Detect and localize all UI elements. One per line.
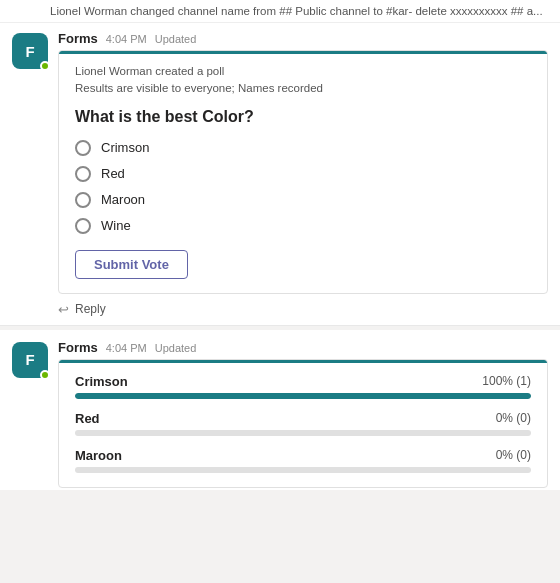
result-bar-bg-0	[75, 393, 531, 399]
poll-option-0: Crimson	[75, 140, 531, 156]
status-dot	[40, 61, 50, 71]
creator-line2: Results are visible to everyone; Names r…	[75, 80, 531, 97]
poll-option-3: Wine	[75, 218, 531, 234]
message-row-2: F Forms 4:04 PM Updated Crimson 100% (1)…	[0, 330, 560, 490]
result-percent-1: 0% (0)	[496, 411, 531, 425]
timestamp-1: 4:04 PM	[106, 33, 147, 45]
radio-crimson[interactable]	[75, 140, 91, 156]
option-label-3: Wine	[101, 218, 131, 233]
message-header-1: Forms 4:04 PM Updated	[58, 31, 548, 46]
poll-option-1: Red	[75, 166, 531, 182]
updated-badge-2: Updated	[155, 342, 197, 354]
reply-row-1: ↩ Reply	[0, 296, 560, 326]
result-name-2: Maroon	[75, 448, 122, 463]
results-card: Crimson 100% (1) Red 0% (0) Maroon	[58, 359, 548, 488]
sender-name-2: Forms	[58, 340, 98, 355]
radio-wine[interactable]	[75, 218, 91, 234]
result-percent-0: 100% (1)	[482, 374, 531, 388]
submit-vote-button[interactable]: Submit Vote	[75, 250, 188, 279]
option-label-0: Crimson	[101, 140, 149, 155]
avatar-2: F	[12, 342, 48, 378]
poll-option-2: Maroon	[75, 192, 531, 208]
option-label-1: Red	[101, 166, 125, 181]
result-bar-bg-1	[75, 430, 531, 436]
poll-card: Lionel Worman created a poll Results are…	[58, 50, 548, 294]
radio-maroon[interactable]	[75, 192, 91, 208]
avatar-letter: F	[25, 43, 34, 60]
result-header-2: Maroon 0% (0)	[75, 448, 531, 463]
message-header-2: Forms 4:04 PM Updated	[58, 340, 548, 355]
poll-question: What is the best Color?	[75, 108, 531, 126]
result-item-0: Crimson 100% (1)	[75, 374, 531, 399]
message-content-2: Forms 4:04 PM Updated Crimson 100% (1) R…	[58, 340, 548, 490]
message-row-1: F Forms 4:04 PM Updated Lionel Worman cr…	[0, 23, 560, 296]
radio-red[interactable]	[75, 166, 91, 182]
status-dot-2	[40, 370, 50, 380]
top-notification-bar: Lionel Worman changed channel name from …	[0, 0, 560, 23]
result-item-2: Maroon 0% (0)	[75, 448, 531, 473]
result-name-0: Crimson	[75, 374, 128, 389]
result-name-1: Red	[75, 411, 100, 426]
result-bar-fill-0	[75, 393, 531, 399]
sender-name-1: Forms	[58, 31, 98, 46]
avatar: F	[12, 33, 48, 69]
option-label-2: Maroon	[101, 192, 145, 207]
creator-line1: Lionel Worman created a poll	[75, 63, 531, 80]
timestamp-2: 4:04 PM	[106, 342, 147, 354]
result-percent-2: 0% (0)	[496, 448, 531, 462]
reply-icon: ↩	[58, 302, 69, 317]
message-content-1: Forms 4:04 PM Updated Lionel Worman crea…	[58, 31, 548, 296]
updated-badge-1: Updated	[155, 33, 197, 45]
result-item-1: Red 0% (0)	[75, 411, 531, 436]
poll-creator-info: Lionel Worman created a poll Results are…	[75, 63, 531, 98]
reply-text[interactable]: Reply	[75, 302, 106, 316]
avatar-letter-2: F	[25, 351, 34, 368]
result-header-1: Red 0% (0)	[75, 411, 531, 426]
result-bar-bg-2	[75, 467, 531, 473]
notification-text: Lionel Worman changed channel name from …	[50, 5, 543, 17]
result-header-0: Crimson 100% (1)	[75, 374, 531, 389]
